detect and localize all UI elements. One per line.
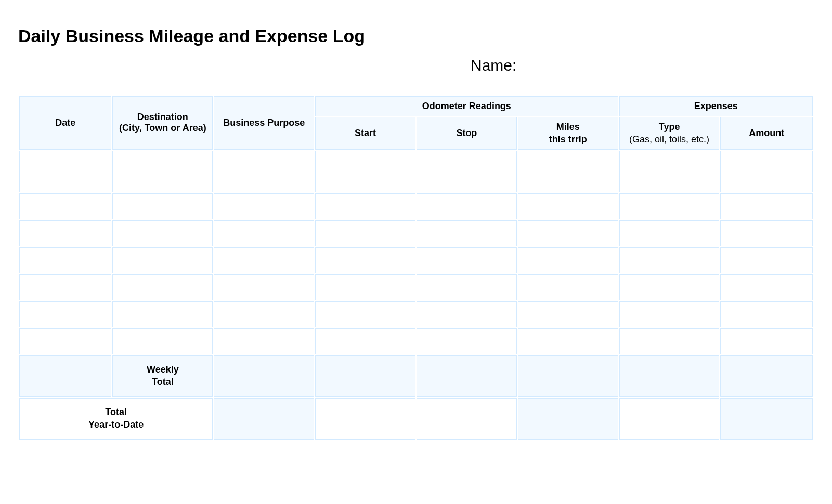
cell-amount[interactable] xyxy=(720,328,813,354)
cell-destination[interactable] xyxy=(112,274,213,300)
cell-start[interactable] xyxy=(315,193,415,219)
weekly-total-label: Weekly Total xyxy=(112,355,213,397)
cell-purpose[interactable] xyxy=(214,247,314,273)
ytd-row: Total Year-to-Date xyxy=(19,398,813,440)
cell-start[interactable] xyxy=(315,151,415,192)
ytd-amount[interactable] xyxy=(720,398,813,440)
cell-miles[interactable] xyxy=(518,274,618,300)
weekly-total-blank xyxy=(19,355,111,397)
weekly-total-start[interactable] xyxy=(315,355,415,397)
cell-start[interactable] xyxy=(315,328,415,354)
cell-purpose[interactable] xyxy=(214,220,314,246)
weekly-total-stop[interactable] xyxy=(417,355,517,397)
table-row xyxy=(19,247,813,273)
cell-date[interactable] xyxy=(19,301,111,327)
cell-destination[interactable] xyxy=(112,247,213,273)
weekly-total-type[interactable] xyxy=(619,355,720,397)
col-header-purpose: Business Purpose xyxy=(214,96,314,150)
cell-miles[interactable] xyxy=(518,328,618,354)
cell-destination[interactable] xyxy=(112,220,213,246)
ytd-purpose[interactable] xyxy=(214,398,314,440)
cell-stop[interactable] xyxy=(417,274,517,300)
col-group-odometer: Odometer Readings xyxy=(315,96,618,116)
cell-type[interactable] xyxy=(619,328,720,354)
cell-type[interactable] xyxy=(619,301,720,327)
cell-purpose[interactable] xyxy=(214,301,314,327)
cell-date[interactable] xyxy=(19,247,111,273)
ytd-miles[interactable] xyxy=(518,398,618,440)
col-group-expenses: Expenses xyxy=(619,96,813,116)
page-title: Daily Business Mileage and Expense Log xyxy=(18,26,814,46)
weekly-total-amount[interactable] xyxy=(720,355,813,397)
cell-purpose[interactable] xyxy=(214,328,314,354)
cell-miles[interactable] xyxy=(518,247,618,273)
cell-amount[interactable] xyxy=(720,274,813,300)
ytd-start[interactable] xyxy=(315,398,415,440)
cell-amount[interactable] xyxy=(720,301,813,327)
cell-amount[interactable] xyxy=(720,193,813,219)
cell-type[interactable] xyxy=(619,274,720,300)
table-row xyxy=(19,151,813,192)
cell-start[interactable] xyxy=(315,301,415,327)
mileage-expense-table: Date Destination (City, Town or Area) Bu… xyxy=(18,95,814,441)
table-row xyxy=(19,193,813,219)
cell-start[interactable] xyxy=(315,220,415,246)
cell-date[interactable] xyxy=(19,151,111,192)
col-header-amount: Amount xyxy=(720,117,813,150)
table-row xyxy=(19,220,813,246)
cell-stop[interactable] xyxy=(417,220,517,246)
ytd-label: Total Year-to-Date xyxy=(19,398,213,440)
cell-start[interactable] xyxy=(315,247,415,273)
col-header-destination: Destination (City, Town or Area) xyxy=(112,96,213,150)
cell-purpose[interactable] xyxy=(214,151,314,192)
cell-type[interactable] xyxy=(619,193,720,219)
table-row xyxy=(19,328,813,354)
cell-destination[interactable] xyxy=(112,301,213,327)
col-header-date: Date xyxy=(19,96,111,150)
table-row xyxy=(19,274,813,300)
cell-stop[interactable] xyxy=(417,193,517,219)
col-header-miles: Miles this trrip xyxy=(518,117,618,150)
ytd-type[interactable] xyxy=(619,398,720,440)
cell-amount[interactable] xyxy=(720,151,813,192)
col-header-type: Type (Gas, oil, toils, etc.) xyxy=(619,117,720,150)
ytd-stop[interactable] xyxy=(417,398,517,440)
cell-destination[interactable] xyxy=(112,193,213,219)
weekly-total-purpose[interactable] xyxy=(214,355,314,397)
table-row xyxy=(19,301,813,327)
cell-purpose[interactable] xyxy=(214,193,314,219)
col-header-start: Start xyxy=(315,117,415,150)
cell-date[interactable] xyxy=(19,274,111,300)
cell-amount[interactable] xyxy=(720,247,813,273)
cell-destination[interactable] xyxy=(112,328,213,354)
cell-miles[interactable] xyxy=(518,220,618,246)
cell-miles[interactable] xyxy=(518,193,618,219)
cell-stop[interactable] xyxy=(417,328,517,354)
cell-stop[interactable] xyxy=(417,247,517,273)
cell-date[interactable] xyxy=(19,193,111,219)
cell-start[interactable] xyxy=(315,274,415,300)
col-header-stop: Stop xyxy=(417,117,517,150)
cell-amount[interactable] xyxy=(720,220,813,246)
weekly-total-row: Weekly Total xyxy=(19,355,813,397)
cell-date[interactable] xyxy=(19,220,111,246)
cell-destination[interactable] xyxy=(112,151,213,192)
cell-date[interactable] xyxy=(19,328,111,354)
cell-stop[interactable] xyxy=(417,301,517,327)
cell-miles[interactable] xyxy=(518,151,618,192)
weekly-total-miles[interactable] xyxy=(518,355,618,397)
cell-miles[interactable] xyxy=(518,301,618,327)
cell-stop[interactable] xyxy=(417,151,517,192)
cell-type[interactable] xyxy=(619,151,720,192)
cell-type[interactable] xyxy=(619,247,720,273)
cell-purpose[interactable] xyxy=(214,274,314,300)
cell-type[interactable] xyxy=(619,220,720,246)
name-label: Name: xyxy=(471,57,814,74)
